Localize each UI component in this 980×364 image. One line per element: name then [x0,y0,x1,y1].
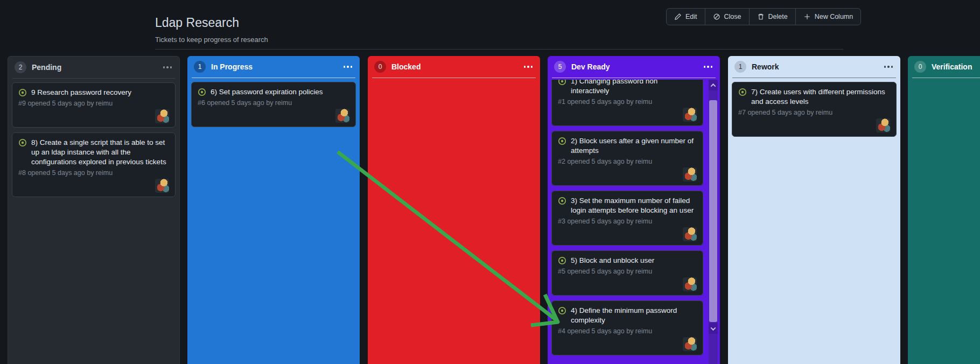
assignee-avatar [683,227,697,241]
card-title[interactable]: 9 Research password recovery [31,88,131,97]
column-header: 1Rework [728,56,900,78]
card-title-row: 3) Set the maximum number of failed logi… [558,196,697,215]
card-avatar-row [18,179,169,193]
column-separator [192,78,355,78]
kebab-menu-icon [704,66,713,68]
column-count-badge: 5 [554,61,566,73]
column-title: In Progress [211,62,253,71]
column-menu-button[interactable] [162,64,173,71]
scroll-up-button[interactable] [709,80,718,90]
cards-list: 6) Set password expiration policies#6 op… [187,80,360,364]
card-meta: #9 opened 5 days ago by reimu [18,99,169,108]
card-title[interactable]: 5) Block and unblock user [571,256,654,265]
issue-card[interactable]: 8) Create a single script that is able t… [12,132,176,197]
column-menu-button[interactable] [703,63,714,71]
chevron-down-icon [711,325,716,331]
column-title: Blocked [391,62,421,71]
column-pending: 2Pending9 Research password recovery#9 o… [8,56,180,364]
card-title[interactable]: 3) Set the maximum number of failed logi… [571,196,695,215]
column-header: 1In Progress [187,56,360,78]
open-issue-icon [198,88,206,96]
card-title[interactable]: 4) Define the minimum password complexit… [571,306,695,325]
column-in-progress: 1In Progress6) Set password expiration p… [187,56,360,364]
cards-list: 9 Research password recovery#9 opened 5 … [8,80,179,364]
open-issue-icon [18,88,27,97]
issue-card[interactable]: 7) Create users with different permissio… [732,82,897,137]
card-avatar-row [558,227,697,241]
issue-card[interactable]: 2) Block users after a given number of a… [551,131,703,186]
kebab-menu-icon [163,66,172,68]
card-meta: #6 opened 5 days ago by reimu [198,99,349,108]
column-header: 5Dev Ready [548,56,720,78]
card-meta: #8 opened 5 days ago by reimu [18,169,169,178]
scroll-down-button[interactable] [709,323,718,334]
issue-card[interactable]: 5) Block and unblock user#5 opened 5 day… [551,250,703,296]
card-avatar-row [558,337,697,351]
column-count-badge: 0 [374,61,386,73]
open-issue-icon [558,197,566,205]
card-meta: #1 opened 5 days ago by reimu [558,97,697,107]
open-issue-icon [558,137,566,145]
column-rework: 1Rework7) Create users with different pe… [728,56,900,364]
card-title-row: 6) Set password expiration policies [198,87,349,97]
issue-card[interactable]: 1) Changing password non interactively#1… [551,80,703,126]
column-menu-button[interactable] [883,63,894,71]
card-avatar-row [738,118,890,132]
card-title-row: 9 Research password recovery [18,88,169,97]
column-menu-button[interactable] [342,63,354,71]
chevron-up-icon [711,83,716,88]
card-meta: #2 opened 5 days ago by reimu [558,157,697,166]
cards-list: 7) Create users with different permissio… [728,80,900,364]
assignee-avatar [683,108,697,122]
issue-card[interactable]: 6) Set password expiration policies#6 op… [191,82,356,127]
card-meta: #5 opened 5 days ago by reimu [558,267,697,276]
assignee-avatar [683,277,697,291]
kebab-menu-icon [524,66,533,68]
column-separator [12,78,175,79]
column-menu-button[interactable] [523,63,534,71]
open-issue-icon [558,306,566,315]
column-header: 2Pending [8,57,179,78]
kebab-menu-icon [884,66,893,68]
column-header: 0Blocked [368,56,540,78]
assignee-avatar [683,167,697,181]
card-title-row: 2) Block users after a given number of a… [558,136,697,156]
column-count-badge: 0 [914,61,926,73]
column-separator [912,78,980,78]
card-title[interactable]: 7) Create users with different permissio… [751,87,890,107]
column-title: Verification [932,62,972,71]
column-separator [372,78,536,78]
project-board: 2Pending9 Research password recovery#9 o… [0,0,980,364]
card-avatar-row [18,109,169,123]
column-title: Rework [752,62,779,71]
card-meta: #3 opened 5 days ago by reimu [558,217,697,226]
cards-list [908,80,980,364]
kebab-menu-icon [344,66,353,68]
card-meta: #7 opened 5 days ago by reimu [738,108,890,117]
card-title-row: 8) Create a single script that is able t… [18,138,169,167]
issue-card[interactable]: 9 Research password recovery#9 opened 5 … [12,82,176,128]
assignee-avatar [876,118,890,132]
cards-list [368,80,540,364]
column-dev-ready: 5Dev Ready1) Changing password non inter… [548,56,720,364]
card-title[interactable]: 2) Block users after a given number of a… [571,136,695,156]
column-scrollbar[interactable] [709,80,718,364]
card-avatar-row [558,277,697,291]
column-blocked: 0Blocked [368,56,540,364]
column-title: Dev Ready [571,62,610,71]
open-issue-icon [18,138,27,147]
issue-card[interactable]: 4) Define the minimum password complexit… [551,300,703,355]
issue-card[interactable]: 3) Set the maximum number of failed logi… [551,191,703,246]
open-issue-icon [738,88,747,96]
card-title[interactable]: 8) Create a single script that is able t… [31,138,169,167]
card-title[interactable]: 6) Set password expiration policies [211,87,323,97]
column-count-badge: 1 [734,61,746,73]
column-separator [552,78,716,78]
card-title-row: 7) Create users with different permissio… [738,87,890,107]
card-title[interactable]: 1) Changing password non interactively [571,80,695,96]
card-avatar-row [558,167,697,181]
column-count-badge: 2 [15,61,26,73]
card-title-row: 4) Define the minimum password complexit… [558,306,697,325]
scrollbar-thumb[interactable] [709,100,717,322]
card-avatar-row [558,108,697,122]
